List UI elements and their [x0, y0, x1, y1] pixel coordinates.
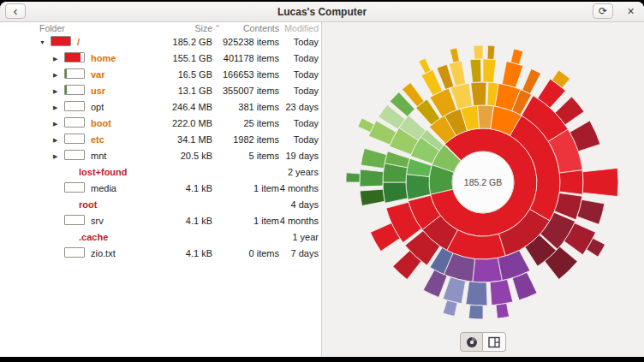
rings-chart[interactable]: 185.2 GB	[322, 22, 642, 357]
usage-bar	[64, 85, 85, 95]
contents-cell	[223, 164, 279, 181]
app-window: ‹ Lucas's Computer ⟳ ✕ Folder Size ⌃ Con…	[0, 2, 644, 357]
folder-cell: root	[0, 197, 164, 213]
size-cell: 4.1 kB	[164, 181, 212, 197]
modified-cell: Today	[279, 83, 319, 99]
expander-closed-icon[interactable]: ▶	[53, 99, 64, 116]
chart-segment[interactable]	[466, 282, 487, 306]
modified-cell: Today	[279, 50, 319, 67]
sort-gap	[212, 34, 223, 50]
expander-closed-icon[interactable]: ▶	[53, 116, 64, 132]
chart-segment[interactable]	[423, 270, 447, 297]
table-row[interactable]: ▶opt246.4 MB381 items23 days	[0, 99, 321, 116]
folder-cell: .cache	[0, 229, 164, 246]
modified-cell: 4 days	[279, 197, 319, 213]
table-row[interactable]: .cache1 year	[0, 229, 321, 246]
table-row[interactable]: ▼/185.2 GB925238 itemsToday	[0, 34, 321, 50]
table-row[interactable]: root4 days	[0, 197, 321, 213]
folder-cell: ▶boot	[0, 116, 164, 132]
chart-segment[interactable]	[577, 199, 605, 224]
chart-segment[interactable]	[487, 45, 495, 59]
table-row[interactable]: ▶boot222.0 MB25 itemsToday	[0, 116, 321, 132]
folder-cell: lost+found	[0, 164, 164, 181]
chart-segment[interactable]	[522, 68, 541, 93]
contents-cell: 25 items	[223, 116, 279, 132]
modified-cell: 7 days	[279, 246, 319, 262]
chart-segment[interactable]	[471, 82, 486, 106]
chart-segment[interactable]	[419, 58, 431, 74]
sort-gap	[212, 213, 223, 229]
column-header-size[interactable]: Size	[164, 22, 212, 34]
size-cell: 20.5 kB	[164, 148, 212, 164]
chart-segment[interactable]	[490, 280, 513, 306]
expander-closed-icon[interactable]: ▶	[53, 83, 64, 99]
chart-segment[interactable]	[358, 118, 374, 133]
chart-segment[interactable]	[474, 45, 483, 59]
chart-segment[interactable]	[450, 48, 459, 62]
chart-segment[interactable]	[559, 170, 583, 195]
chart-segment[interactable]	[346, 173, 360, 182]
folder-cell: media	[0, 181, 164, 197]
chart-segment[interactable]	[473, 258, 503, 282]
contents-cell: 1 item	[223, 181, 279, 197]
expander-closed-icon[interactable]: ▶	[53, 67, 64, 83]
table-row[interactable]: srv4.1 kB1 item4 months	[0, 213, 321, 229]
expander-closed-icon[interactable]: ▶	[53, 50, 64, 67]
chart-pane: 185.2 GB	[322, 22, 644, 357]
table-row[interactable]: ▶home155.1 GB401178 itemsToday	[0, 50, 321, 67]
chart-segment[interactable]	[468, 305, 483, 319]
contents-cell: 0 items	[223, 246, 279, 262]
chart-segment[interactable]	[582, 168, 618, 196]
folder-name: opt	[91, 102, 104, 112]
expander-open-icon[interactable]: ▼	[39, 34, 51, 50]
column-header-modified[interactable]: Modified	[279, 22, 319, 34]
chart-segment[interactable]	[510, 49, 522, 64]
table-row[interactable]: lost+found2 years	[0, 164, 321, 181]
expander-closed-icon[interactable]: ▶	[53, 148, 64, 164]
chart-segment[interactable]	[383, 182, 408, 203]
table-row[interactable]: ▶usr13.1 GB355007 itemsToday	[0, 83, 321, 99]
chart-segment[interactable]	[483, 59, 496, 83]
chart-segment[interactable]	[443, 277, 466, 304]
table-row[interactable]: ▶mnt20.5 kB5 items19 days	[0, 148, 321, 164]
size-cell: 246.4 MB	[164, 99, 212, 116]
chart-segment[interactable]	[406, 175, 431, 200]
size-cell	[164, 229, 212, 246]
chart-segment[interactable]	[502, 62, 523, 88]
rings-chart-button[interactable]	[460, 332, 483, 352]
sort-gap	[212, 83, 223, 99]
contents-cell: 401178 items	[223, 50, 279, 67]
size-cell	[164, 197, 212, 213]
folder-cell: srv	[0, 213, 164, 229]
expander-closed-icon[interactable]: ▶	[53, 132, 64, 148]
chart-segment[interactable]	[361, 148, 386, 168]
table-row[interactable]: zio.txt4.1 kB0 items7 days	[0, 246, 321, 262]
usage-bar	[64, 182, 85, 193]
table-row[interactable]: media4.1 kB1 item4 months	[0, 181, 321, 197]
column-header-contents[interactable]: Contents	[223, 22, 279, 34]
column-header-folder[interactable]: Folder	[0, 22, 164, 34]
close-icon[interactable]: ✕	[623, 4, 638, 19]
usage-bar	[64, 52, 85, 62]
refresh-button[interactable]: ⟳	[593, 3, 613, 19]
folder-cell: ▶var	[0, 67, 164, 83]
usage-bar-fill	[65, 69, 67, 78]
folder-name: zio.txt	[91, 248, 116, 258]
chart-segment[interactable]	[470, 59, 481, 83]
usage-bar	[64, 101, 85, 111]
sort-ascending-icon[interactable]: ⌃	[212, 22, 223, 34]
chart-center: 185.2 GB	[452, 151, 514, 213]
table-row[interactable]: ▶etc34.1 MB1982 itemsToday	[0, 132, 321, 148]
contents-cell: 925238 items	[223, 34, 279, 50]
modified-cell: 1 year	[279, 229, 319, 246]
table-row[interactable]: ▶var16.5 GB166653 itemsToday	[0, 67, 321, 83]
chart-segment[interactable]	[360, 169, 384, 187]
chart-segment[interactable]	[443, 300, 457, 317]
chart-segment[interactable]	[496, 303, 509, 318]
usage-bar	[64, 150, 85, 160]
contents-cell	[223, 229, 279, 246]
sort-gap	[212, 197, 223, 213]
folder-name: /	[77, 37, 80, 47]
chart-segment[interactable]	[360, 189, 385, 205]
treemap-chart-button[interactable]	[483, 332, 506, 352]
